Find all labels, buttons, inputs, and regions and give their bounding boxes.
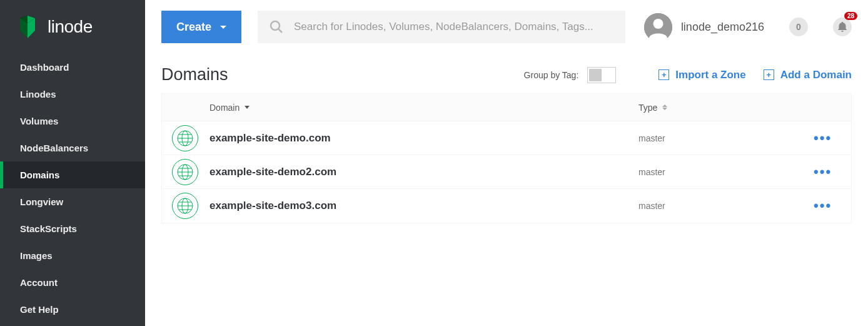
col-header-domain[interactable]: Domain <box>209 103 638 113</box>
domain-name: example-site-demo2.com <box>209 166 336 178</box>
table-row[interactable]: example-site-demo2.com master ••• <box>162 155 851 189</box>
row-actions-menu[interactable]: ••• <box>814 198 832 213</box>
sidebar-item-dashboard[interactable]: Dashboard <box>0 54 145 81</box>
row-icon-cell <box>162 159 209 185</box>
nav-list: Dashboard Linodes Volumes NodeBalancers … <box>0 54 145 323</box>
domain-type: master <box>638 167 665 177</box>
col-domain-label: Domain <box>209 103 240 113</box>
plus-icon: + <box>764 69 774 80</box>
sidebar-item-images[interactable]: Images <box>0 242 145 269</box>
add-domain-label: Add a Domain <box>780 69 852 81</box>
user-icon <box>644 13 672 41</box>
logo-cube-icon <box>15 14 40 39</box>
col-header-type[interactable]: Type <box>638 103 814 113</box>
sidebar-item-account[interactable]: Account <box>0 269 145 296</box>
svg-point-8 <box>653 19 663 29</box>
search-container <box>258 11 625 43</box>
globe-icon <box>172 159 198 185</box>
sort-both-icon <box>662 104 667 110</box>
create-button[interactable]: Create <box>161 11 241 43</box>
sidebar-item-gethelp[interactable]: Get Help <box>0 296 145 323</box>
sort-desc-icon <box>245 106 250 109</box>
bell-icon <box>838 22 847 32</box>
table-header: Domain Type <box>162 94 851 121</box>
user-area[interactable]: linode_demo216 <box>644 13 764 41</box>
sidebar-item-stackscripts[interactable]: StackScripts <box>0 215 145 242</box>
notifications-badge: 28 <box>844 12 857 20</box>
domain-type: master <box>638 201 665 211</box>
row-actions-menu[interactable]: ••• <box>814 164 832 180</box>
page-header: Domains Group by Tag: + Import a Zone + … <box>161 65 852 84</box>
counter-pill[interactable]: 0 <box>789 18 808 36</box>
group-by-label: Group by Tag: <box>524 70 579 80</box>
search-icon <box>269 19 284 34</box>
domain-type: master <box>638 133 665 143</box>
avatar <box>644 13 672 41</box>
import-zone-label: Import a Zone <box>675 69 745 81</box>
domains-table: Domain Type example-site-demo.com master… <box>161 93 852 223</box>
globe-icon <box>172 193 198 219</box>
logo[interactable]: linode <box>0 0 145 54</box>
sidebar-item-nodebalancers[interactable]: NodeBalancers <box>0 135 145 161</box>
sidebar-item-domains[interactable]: Domains <box>0 161 145 188</box>
plus-icon: + <box>659 69 669 80</box>
sidebar: linode Dashboard Linodes Volumes NodeBal… <box>0 0 145 326</box>
globe-icon <box>172 125 198 151</box>
row-actions-menu[interactable]: ••• <box>814 130 832 146</box>
main: Create linode_demo216 0 28 Domains Group… <box>145 0 868 326</box>
sidebar-item-linodes[interactable]: Linodes <box>0 81 145 108</box>
topbar: Create linode_demo216 0 28 <box>145 0 868 54</box>
sidebar-item-volumes[interactable]: Volumes <box>0 108 145 135</box>
notifications-button[interactable]: 28 <box>833 18 852 36</box>
page-title: Domains <box>161 65 524 84</box>
chevron-down-icon <box>220 26 226 29</box>
import-zone-button[interactable]: + Import a Zone <box>659 69 745 81</box>
domain-name: example-site-demo3.com <box>209 200 336 212</box>
username: linode_demo216 <box>681 21 764 34</box>
svg-line-6 <box>278 29 282 33</box>
table-row[interactable]: example-site-demo3.com master ••• <box>162 189 851 223</box>
table-row[interactable]: example-site-demo.com master ••• <box>162 121 851 155</box>
group-by-tag: Group by Tag: <box>524 67 617 83</box>
col-type-label: Type <box>638 103 657 113</box>
domain-name: example-site-demo.com <box>209 132 331 145</box>
content: Domains Group by Tag: + Import a Zone + … <box>145 54 868 235</box>
add-domain-button[interactable]: + Add a Domain <box>764 69 852 81</box>
toggle-handle <box>589 69 602 81</box>
group-by-toggle[interactable] <box>587 67 616 83</box>
row-icon-cell <box>162 125 209 151</box>
create-label: Create <box>176 21 211 34</box>
search-input[interactable] <box>294 21 614 33</box>
counter-value: 0 <box>796 22 801 32</box>
sidebar-item-longview[interactable]: Longview <box>0 188 145 215</box>
svg-point-5 <box>271 21 280 30</box>
row-icon-cell <box>162 193 209 219</box>
logo-text: linode <box>48 17 93 37</box>
